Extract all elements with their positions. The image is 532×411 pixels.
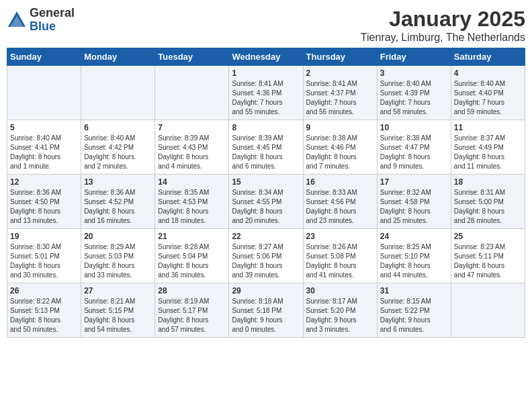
calendar-week-2: 5Sunrise: 8:40 AM Sunset: 4:41 PM Daylig… — [7, 120, 525, 175]
day-number: 27 — [84, 286, 152, 295]
page-header: General Blue January 2025 Tienray, Limbu… — [7, 7, 525, 44]
calendar-cell: 27Sunrise: 8:21 AM Sunset: 5:15 PM Dayli… — [81, 283, 155, 338]
cell-info: Sunrise: 8:34 AM Sunset: 4:55 PM Dayligh… — [232, 188, 300, 226]
logo-blue-text: Blue — [30, 20, 75, 34]
day-number: 21 — [158, 232, 226, 241]
cell-info: Sunrise: 8:22 AM Sunset: 5:13 PM Dayligh… — [10, 297, 78, 334]
day-number: 7 — [158, 123, 226, 132]
calendar-cell — [81, 66, 155, 120]
calendar-cell — [155, 66, 229, 120]
day-number: 20 — [84, 232, 152, 241]
calendar-week-3: 12Sunrise: 8:36 AM Sunset: 4:50 PM Dayli… — [7, 175, 525, 229]
day-number: 19 — [10, 232, 78, 241]
day-number: 17 — [380, 177, 448, 187]
header-sunday: Sunday — [7, 48, 81, 66]
calendar-cell: 20Sunrise: 8:29 AM Sunset: 5:03 PM Dayli… — [81, 229, 155, 283]
cell-info: Sunrise: 8:17 AM Sunset: 5:20 PM Dayligh… — [306, 297, 374, 334]
cell-info: Sunrise: 8:37 AM Sunset: 4:49 PM Dayligh… — [454, 134, 522, 171]
day-number: 24 — [380, 232, 448, 241]
calendar-cell: 21Sunrise: 8:28 AM Sunset: 5:04 PM Dayli… — [155, 229, 229, 283]
calendar-cell: 7Sunrise: 8:39 AM Sunset: 4:43 PM Daylig… — [155, 120, 229, 175]
day-number: 29 — [232, 286, 300, 295]
calendar-cell: 26Sunrise: 8:22 AM Sunset: 5:13 PM Dayli… — [7, 283, 81, 338]
header-saturday: Saturday — [451, 48, 525, 66]
logo: General Blue — [7, 7, 75, 34]
calendar-cell: 4Sunrise: 8:40 AM Sunset: 4:40 PM Daylig… — [451, 66, 525, 120]
cell-info: Sunrise: 8:40 AM Sunset: 4:42 PM Dayligh… — [84, 134, 152, 171]
day-number: 14 — [158, 177, 226, 187]
calendar-header: Sunday Monday Tuesday Wednesday Thursday… — [7, 48, 525, 66]
logo-general-text: General — [30, 7, 75, 20]
calendar-cell: 22Sunrise: 8:27 AM Sunset: 5:06 PM Dayli… — [229, 229, 303, 283]
calendar-cell: 2Sunrise: 8:41 AM Sunset: 4:37 PM Daylig… — [303, 66, 377, 120]
day-number: 28 — [158, 286, 226, 295]
calendar-cell: 1Sunrise: 8:41 AM Sunset: 4:36 PM Daylig… — [229, 66, 303, 120]
calendar-cell — [451, 283, 525, 338]
calendar-cell: 9Sunrise: 8:38 AM Sunset: 4:46 PM Daylig… — [303, 120, 377, 175]
cell-info: Sunrise: 8:33 AM Sunset: 4:56 PM Dayligh… — [306, 188, 374, 226]
cell-info: Sunrise: 8:39 AM Sunset: 4:43 PM Dayligh… — [158, 134, 226, 171]
cell-info: Sunrise: 8:26 AM Sunset: 5:08 PM Dayligh… — [306, 242, 374, 280]
calendar-week-5: 26Sunrise: 8:22 AM Sunset: 5:13 PM Dayli… — [7, 283, 525, 338]
day-number: 2 — [306, 68, 374, 78]
calendar-cell: 14Sunrise: 8:35 AM Sunset: 4:53 PM Dayli… — [155, 175, 229, 229]
calendar-cell: 29Sunrise: 8:18 AM Sunset: 5:18 PM Dayli… — [229, 283, 303, 338]
cell-info: Sunrise: 8:39 AM Sunset: 4:45 PM Dayligh… — [232, 134, 300, 171]
cell-info: Sunrise: 8:25 AM Sunset: 5:10 PM Dayligh… — [380, 242, 448, 280]
day-number: 12 — [10, 177, 78, 187]
location-title: Tienray, Limburg, The Netherlands — [361, 32, 525, 44]
calendar-cell: 18Sunrise: 8:31 AM Sunset: 5:00 PM Dayli… — [451, 175, 525, 229]
header-tuesday: Tuesday — [155, 48, 229, 66]
cell-info: Sunrise: 8:30 AM Sunset: 5:01 PM Dayligh… — [10, 242, 78, 280]
calendar-cell: 13Sunrise: 8:36 AM Sunset: 4:52 PM Dayli… — [81, 175, 155, 229]
calendar-cell: 17Sunrise: 8:32 AM Sunset: 4:58 PM Dayli… — [377, 175, 451, 229]
calendar-cell: 28Sunrise: 8:19 AM Sunset: 5:17 PM Dayli… — [155, 283, 229, 338]
cell-info: Sunrise: 8:36 AM Sunset: 4:50 PM Dayligh… — [10, 188, 78, 226]
cell-info: Sunrise: 8:28 AM Sunset: 5:04 PM Dayligh… — [158, 242, 226, 280]
day-number: 10 — [380, 123, 448, 132]
cell-info: Sunrise: 8:41 AM Sunset: 4:36 PM Dayligh… — [232, 79, 300, 117]
calendar-cell: 3Sunrise: 8:40 AM Sunset: 4:39 PM Daylig… — [377, 66, 451, 120]
header-wednesday: Wednesday — [229, 48, 303, 66]
cell-info: Sunrise: 8:36 AM Sunset: 4:52 PM Dayligh… — [84, 188, 152, 226]
calendar-cell: 11Sunrise: 8:37 AM Sunset: 4:49 PM Dayli… — [451, 120, 525, 175]
day-number: 1 — [232, 68, 300, 78]
calendar-cell: 31Sunrise: 8:15 AM Sunset: 5:22 PM Dayli… — [377, 283, 451, 338]
day-number: 16 — [306, 177, 374, 187]
cell-info: Sunrise: 8:31 AM Sunset: 5:00 PM Dayligh… — [454, 188, 522, 226]
calendar-cell: 8Sunrise: 8:39 AM Sunset: 4:45 PM Daylig… — [229, 120, 303, 175]
day-number: 22 — [232, 232, 300, 241]
day-number: 18 — [454, 177, 522, 187]
cell-info: Sunrise: 8:40 AM Sunset: 4:41 PM Dayligh… — [10, 134, 78, 171]
cell-info: Sunrise: 8:15 AM Sunset: 5:22 PM Dayligh… — [380, 297, 448, 334]
day-number: 4 — [454, 68, 522, 78]
calendar-cell: 12Sunrise: 8:36 AM Sunset: 4:50 PM Dayli… — [7, 175, 81, 229]
calendar-cell: 23Sunrise: 8:26 AM Sunset: 5:08 PM Dayli… — [303, 229, 377, 283]
cell-info: Sunrise: 8:40 AM Sunset: 4:40 PM Dayligh… — [454, 79, 522, 117]
cell-info: Sunrise: 8:21 AM Sunset: 5:15 PM Dayligh… — [84, 297, 152, 334]
cell-info: Sunrise: 8:27 AM Sunset: 5:06 PM Dayligh… — [232, 242, 300, 280]
month-title: January 2025 — [361, 7, 525, 32]
cell-info: Sunrise: 8:38 AM Sunset: 4:47 PM Dayligh… — [380, 134, 448, 171]
cell-info: Sunrise: 8:19 AM Sunset: 5:17 PM Dayligh… — [158, 297, 226, 334]
day-number: 13 — [84, 177, 152, 187]
header-friday: Friday — [377, 48, 451, 66]
header-thursday: Thursday — [303, 48, 377, 66]
day-number: 26 — [10, 286, 78, 295]
day-number: 15 — [232, 177, 300, 187]
calendar-cell: 5Sunrise: 8:40 AM Sunset: 4:41 PM Daylig… — [7, 120, 81, 175]
cell-info: Sunrise: 8:29 AM Sunset: 5:03 PM Dayligh… — [84, 242, 152, 280]
calendar-cell: 6Sunrise: 8:40 AM Sunset: 4:42 PM Daylig… — [81, 120, 155, 175]
calendar-body: 1Sunrise: 8:41 AM Sunset: 4:36 PM Daylig… — [7, 66, 525, 338]
calendar-cell: 24Sunrise: 8:25 AM Sunset: 5:10 PM Dayli… — [377, 229, 451, 283]
calendar-cell: 16Sunrise: 8:33 AM Sunset: 4:56 PM Dayli… — [303, 175, 377, 229]
day-number: 31 — [380, 286, 448, 295]
cell-info: Sunrise: 8:32 AM Sunset: 4:58 PM Dayligh… — [380, 188, 448, 226]
cell-info: Sunrise: 8:23 AM Sunset: 5:11 PM Dayligh… — [454, 242, 522, 280]
day-number: 5 — [10, 123, 78, 132]
logo-icon — [7, 10, 27, 30]
day-number: 30 — [306, 286, 374, 295]
calendar-table: Sunday Monday Tuesday Wednesday Thursday… — [7, 48, 525, 338]
calendar-cell: 15Sunrise: 8:34 AM Sunset: 4:55 PM Dayli… — [229, 175, 303, 229]
calendar-week-4: 19Sunrise: 8:30 AM Sunset: 5:01 PM Dayli… — [7, 229, 525, 283]
